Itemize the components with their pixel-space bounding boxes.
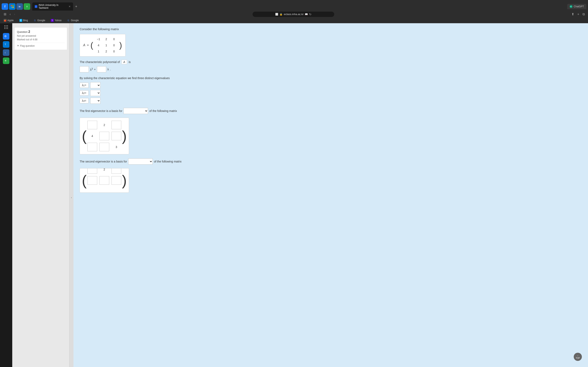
address-text: eclass.inha.ac.kr (284, 13, 303, 16)
add-tab-button[interactable]: + (577, 11, 580, 17)
second-eigenvector-text: The second eigenvector is a basis for of… (80, 158, 582, 165)
lambda2-label: λ2 = (80, 90, 89, 96)
bookmarks-bar: 🍎 Apple B Bing G Google Y Yahoo G Google (0, 18, 588, 23)
second-matrix-grid: 2 (86, 168, 122, 193)
second-matrix-container: ( 2 ) (80, 168, 129, 193)
bookmark-google1[interactable]: G Google (33, 18, 47, 22)
second-matrix-left-bracket: ( (82, 173, 86, 188)
question-title: Consider the following matrix (80, 27, 582, 31)
second-m02[interactable] (112, 168, 121, 174)
share-button[interactable]: ⬆ (571, 11, 575, 17)
question-label: Question (17, 30, 28, 33)
second-m00[interactable] (87, 168, 97, 174)
sidebar-toggle[interactable]: ⊞ (2, 11, 8, 17)
eigenvalues-description: By solving the characteristic equation w… (80, 76, 582, 80)
lambda3-select[interactable] (90, 98, 100, 104)
app-icon-blue[interactable]: in (16, 3, 23, 10)
lambda1-select[interactable] (90, 82, 100, 88)
first-matrix-left-bracket: ( (82, 129, 86, 143)
first-eigenvector-select[interactable] (123, 108, 148, 114)
sidebar-button[interactable]: ⧉ (582, 11, 586, 17)
question-sidebar: Question 2 Not yet answered Marked out o… (12, 23, 69, 367)
browser-actions: ⬆ + ⧉ (571, 11, 586, 17)
matrix-A-display: A = ( −1 2 0 4 1 0 1 2 0 ) (80, 34, 126, 57)
first-m12[interactable] (112, 132, 121, 140)
first-m10-fixed: 4 (87, 132, 97, 140)
left-icon-outlook[interactable]: O (3, 33, 9, 40)
m02: 0 (113, 38, 115, 41)
bookmark-yahoo[interactable]: Y Yahoo (50, 18, 63, 22)
left-app-panel: O T i ≡ (0, 23, 12, 367)
flag-question-button[interactable]: ⚑ Flag question (17, 43, 65, 47)
back-button[interactable]: ‹ (8, 11, 12, 17)
eigenvalue-3-row: λ3 = (80, 98, 582, 104)
nav-buttons: ⊞ ‹ › (2, 11, 16, 17)
main-content: Consider the following matrix A = ( −1 2… (73, 23, 588, 367)
svg-text:i: i (5, 51, 5, 54)
app-icon-green[interactable]: ≡ (24, 3, 30, 10)
left-paren: ( (90, 41, 93, 49)
first-matrix-right-bracket: ) (122, 129, 127, 143)
first-m00[interactable] (87, 121, 97, 129)
first-m21[interactable] (99, 143, 109, 151)
first-m20[interactable] (87, 143, 97, 151)
second-m11[interactable] (99, 176, 109, 185)
lock-icon: 🔒 (279, 13, 283, 16)
second-m10[interactable] (87, 176, 97, 185)
bookmark-google2-label: Google (71, 19, 79, 22)
first-eigvec-before: The first eigenvector is a basis for (80, 109, 122, 113)
flag-icon: ⚑ (17, 44, 19, 47)
bookmark-apple[interactable]: 🍎 Apple (2, 18, 15, 22)
tab-label: INHA University In Tashkent (39, 4, 67, 9)
tab-close-button[interactable]: ✕ (69, 5, 71, 8)
second-eigenvector-select[interactable] (128, 158, 153, 165)
tab-favicon: I (35, 5, 37, 8)
refresh-icon[interactable]: ↻ (309, 13, 311, 16)
address-bar[interactable]: ⬜ 🔒 eclass.inha.ac.kr 📖 ↻ (252, 12, 334, 17)
eigenvalues-section: By solving the characteristic equation w… (80, 76, 582, 104)
first-m02[interactable] (112, 121, 121, 129)
eigenvalue-2-row: λ2 = (80, 90, 582, 96)
second-eigvec-after: of the following matrix (154, 160, 182, 163)
left-icon-teams[interactable]: T (3, 41, 9, 48)
left-icon-blue[interactable]: i (3, 49, 9, 56)
matrix-grid: −1 2 0 4 1 0 1 2 0 (95, 36, 118, 54)
lambda2-select[interactable] (90, 90, 100, 96)
poly-A-box: A (121, 60, 127, 64)
first-m11[interactable] (99, 132, 109, 140)
lambda1-label: λ1 = (80, 83, 89, 88)
poly-coeff-input-2[interactable] (97, 66, 106, 72)
question-nav-panel: Question 2 Not yet answered Marked out o… (14, 27, 67, 50)
first-m01-fixed: 2 (99, 121, 109, 129)
scroll-top-button[interactable]: ↑ TOP (574, 353, 582, 361)
browser-toolbar: ⊞ ‹ › ⬜ 🔒 eclass.inha.ac.kr 📖 ↻ ⬆ + ⧉ (0, 11, 588, 18)
app-icon-ms[interactable] (9, 3, 16, 10)
eigenvalue-1-row: λ1 = (80, 82, 582, 88)
lambda3-label: λ3 = (80, 98, 89, 103)
poly-coeff-input-1[interactable] (80, 66, 89, 72)
right-paren: ) (119, 41, 122, 49)
second-eigvec-before: The second eigenvector is a basis for (80, 160, 127, 163)
m20: 1 (98, 50, 99, 53)
equals-sign: = (87, 43, 89, 47)
collapse-handle[interactable]: ‹ (69, 23, 73, 367)
svg-rect-1 (12, 5, 14, 6)
chatgpt-tab[interactable]: ✦ ChatGPT (567, 4, 586, 9)
left-icon-green[interactable]: ≡ (3, 58, 9, 64)
bing-favicon: B (19, 19, 22, 22)
second-m12[interactable] (112, 176, 121, 185)
bookmark-google2[interactable]: G Google (66, 18, 80, 22)
bookmark-bing[interactable]: B Bing (18, 18, 29, 22)
tab-apps: f in ≡ (2, 3, 30, 10)
forward-button[interactable]: › (13, 11, 16, 17)
svg-rect-2 (11, 7, 12, 8)
first-matrix-grid: 2 4 3 (86, 120, 122, 152)
second-eigenvector-section: The second eigenvector is a basis for of… (80, 158, 582, 193)
poly-dot: . (110, 68, 111, 71)
first-m22-fixed: 3 (112, 143, 121, 151)
grid-icon[interactable] (4, 25, 8, 29)
new-tab-button[interactable]: + (73, 4, 79, 9)
m11: 1 (105, 44, 107, 47)
app-icon-fb[interactable]: f (2, 3, 8, 10)
main-tab[interactable]: I INHA University In Tashkent ✕ (32, 2, 73, 11)
